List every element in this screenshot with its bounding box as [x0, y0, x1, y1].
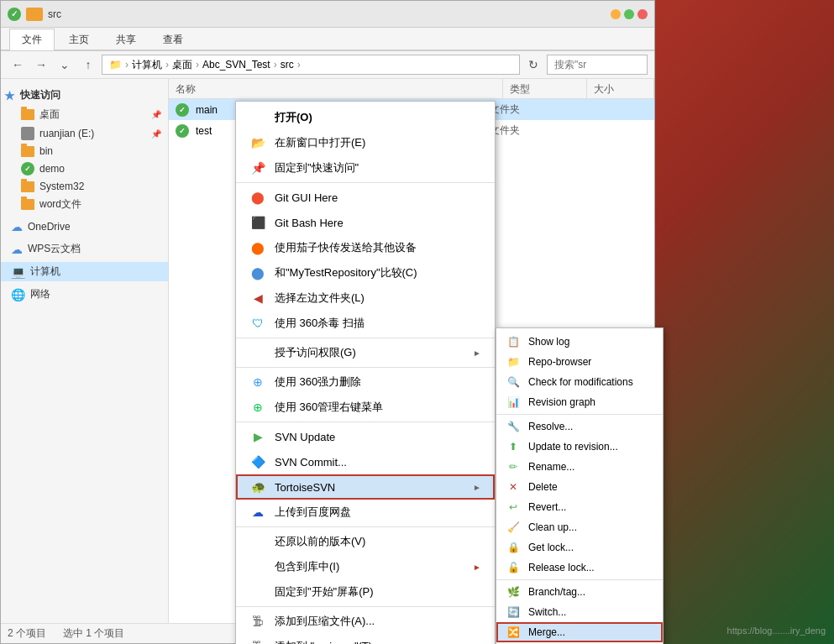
submenu-item-show-log[interactable]: 📋 Show log [496, 332, 663, 352]
sidebar-item-demo[interactable]: ✓ demo [1, 160, 168, 178]
menu-item-qiezi[interactable]: ⬤ 使用茄子快传发送给其他设备 [236, 235, 495, 260]
minimize-button[interactable] [611, 9, 621, 19]
submenu-item-revert[interactable]: ↩ Revert... [496, 497, 663, 517]
sidebar-item-onedrive[interactable]: ☁ OneDrive [1, 217, 168, 236]
sidebar-item-pc[interactable]: 💻 计算机 [1, 262, 168, 281]
sidebar-item-quick-access[interactable]: ★ 快速访问 [1, 86, 168, 105]
col-header-name[interactable]: 名称 [169, 79, 503, 98]
submenu-label-branch-tag: Branch/tag... [528, 586, 585, 598]
menu-item-pin-quick[interactable]: 📌 固定到"快速访问" [236, 155, 495, 181]
branch-tag-icon: 🌿 [506, 585, 520, 599]
menu-label-pin-quick: 固定到"快速访问" [275, 160, 481, 175]
menu-item-add-zip[interactable]: 🗜 添加到压缩文件(A)... [236, 609, 495, 634]
menu-item-open-new[interactable]: 📂 在新窗口中打开(E) [236, 130, 495, 155]
submenu-item-merge[interactable]: 🔀 Merge... [496, 622, 663, 642]
menu-label-pin-start: 固定到"开始"屏幕(P) [275, 584, 481, 599]
menu-item-360-mgr[interactable]: ⊕ 使用 360管理右键菜单 [236, 395, 495, 420]
recent-button[interactable]: ⌄ [55, 55, 75, 75]
tab-share[interactable]: 共享 [103, 29, 149, 50]
sidebar-label-quick-access: 快速访问 [20, 88, 60, 102]
col-header-type[interactable]: 类型 [503, 79, 587, 98]
sidebar-item-bin[interactable]: bin [1, 143, 168, 160]
submenu-item-release-lock[interactable]: 🔓 Release lock... [496, 558, 663, 578]
folder-icon-word [21, 199, 34, 210]
menu-divider-6 [236, 606, 495, 607]
submenu-item-revision-graph[interactable]: 📊 Revision graph [496, 392, 663, 412]
rename-icon: ✏ [506, 460, 520, 474]
tab-file[interactable]: 文件 [9, 29, 55, 50]
submenu-item-rename[interactable]: ✏ Rename... [496, 457, 663, 477]
menu-item-open[interactable]: 打开(O) [236, 105, 495, 130]
watermark-text: https://blog.......iry_deng [727, 626, 826, 636]
forward-button[interactable]: → [31, 55, 51, 75]
submenu-item-branch-tag[interactable]: 🌿 Branch/tag... [496, 582, 663, 602]
submenu-item-delete[interactable]: ✕ Delete [496, 477, 663, 497]
menu-item-svn-commit[interactable]: 🔷 SVN Commit... [236, 449, 495, 474]
revision-graph-icon: 📊 [506, 395, 520, 409]
back-button[interactable]: ← [8, 55, 28, 75]
sidebar-item-ruanjian[interactable]: ruanjian (E:) 📌 [1, 124, 168, 143]
submenu-item-resolve[interactable]: 🔧 Resolve... [496, 416, 663, 437]
menu-label-360-scan: 使用 360杀毒 扫描 [275, 316, 481, 331]
submenu-item-switch[interactable]: 🔄 Switch... [496, 602, 663, 622]
sidebar-item-network[interactable]: 🌐 网络 [1, 285, 168, 304]
submenu-item-check-mods[interactable]: 🔍 Check for modifications [496, 372, 663, 392]
menu-label-compare: 和"MyTestRepository"比较(C) [275, 265, 481, 280]
menu-item-compare[interactable]: ⬤ 和"MyTestRepository"比较(C) [236, 260, 495, 285]
menu-item-360-del[interactable]: ⊕ 使用 360强力删除 [236, 369, 495, 395]
menu-label-select-left: 选择左边文件夹(L) [275, 291, 481, 306]
menu-item-git-gui[interactable]: ⬤ Git GUI Here [236, 185, 495, 210]
menu-item-restore[interactable]: 还原以前的版本(V) [236, 529, 495, 554]
menu-item-include-lib[interactable]: 包含到库中(I) ► [236, 554, 495, 579]
menu-item-add-rar[interactable]: 🗜 添加到 "main.rar"(T) [236, 634, 495, 644]
submenu-item-repo-browser[interactable]: 📁 Repo-browser [496, 352, 663, 372]
refresh-button[interactable]: ↻ [523, 55, 543, 75]
close-button[interactable] [637, 9, 648, 19]
show-log-icon: 📋 [506, 335, 520, 348]
address-path[interactable]: 📁 › 计算机 › 桌面 › Abc_SVN_Test › src › [102, 55, 520, 75]
baidu-icon: ☁ [249, 504, 266, 521]
pin-quick-icon: 📌 [249, 160, 266, 176]
tab-home[interactable]: 主页 [56, 29, 102, 50]
file-type-main: 文件夹 [490, 102, 574, 117]
sidebar-network-section: 🌐 网络 [1, 285, 168, 304]
sidebar-item-desktop[interactable]: 桌面 📌 [1, 105, 168, 124]
menu-item-grant-access[interactable]: 授予访问权限(G) ► [236, 340, 495, 365]
submenu-arrow-lib: ► [473, 563, 481, 572]
sidebar-quick-access: ★ 快速访问 桌面 📌 ruanjian (E:) 📌 [1, 86, 168, 214]
path-part-4: src [281, 59, 294, 71]
tortoise-svn-icon: 🐢 [249, 479, 266, 495]
menu-item-select-left[interactable]: ◀ 选择左边文件夹(L) [236, 285, 495, 311]
maximize-button[interactable] [624, 9, 634, 19]
pc-icon: 💻 [11, 265, 25, 279]
search-input[interactable] [547, 55, 648, 75]
menu-label-git-bash: Git Bash Here [275, 217, 481, 229]
menu-item-tortoise-svn[interactable]: 🐢 TortoiseSVN ► [236, 474, 495, 500]
add-rar-icon: 🗜 [249, 638, 266, 644]
menu-item-360-scan[interactable]: 🛡 使用 360杀毒 扫描 [236, 311, 495, 336]
menu-item-pin-start[interactable]: 固定到"开始"屏幕(P) [236, 579, 495, 605]
submenu-divider-2 [496, 579, 663, 580]
menu-divider-4 [236, 421, 495, 422]
sidebar-item-word[interactable]: word文件 [1, 195, 168, 214]
menu-item-baidu[interactable]: ☁ 上传到百度网盘 [236, 500, 495, 525]
col-header-size[interactable]: 大小 [587, 79, 654, 98]
sidebar-item-system32[interactable]: System32 [1, 178, 168, 195]
restore-icon [249, 533, 266, 550]
submenu-item-get-lock[interactable]: 🔒 Get lock... [496, 537, 663, 558]
get-lock-icon: 🔒 [506, 541, 520, 554]
desktop: ✓ src 文件 主页 共享 查看 ← → ⌄ ↑ 📁 [0, 0, 834, 644]
sidebar-wps: ☁ WPS云文档 [1, 239, 168, 259]
menu-label-include-lib: 包含到库中(I) [275, 559, 464, 574]
menu-item-svn-update[interactable]: ▶ SVN Update [236, 424, 495, 449]
network-icon: 🌐 [11, 288, 25, 301]
sidebar-item-wps[interactable]: ☁ WPS云文档 [1, 239, 168, 259]
tab-view[interactable]: 查看 [150, 29, 196, 50]
submenu-item-cleanup[interactable]: 🧹 Clean up... [496, 517, 663, 537]
menu-item-git-bash[interactable]: ⬛ Git Bash Here [236, 210, 495, 235]
up-button[interactable]: ↑ [78, 55, 98, 75]
submenu-item-update-rev[interactable]: ⬆ Update to revision... [496, 437, 663, 457]
submenu-arrow-grant: ► [473, 348, 481, 358]
sidebar-label-bin: bin [39, 145, 53, 157]
submenu-arrow-tortoise: ► [473, 483, 481, 492]
